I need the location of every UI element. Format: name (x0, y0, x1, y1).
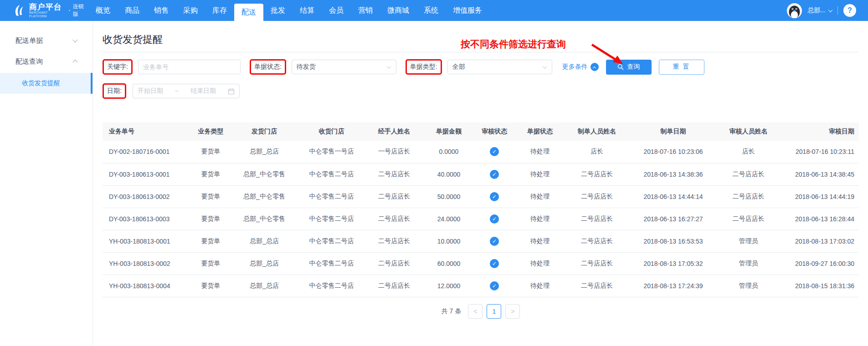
table-cell: 二号店店长 (718, 208, 779, 230)
table-cell: 待处理 (515, 275, 565, 297)
approved-check-icon: ✓ (490, 281, 499, 290)
nav-item-delivery[interactable]: 配送 (234, 4, 263, 21)
approved-check-icon: ✓ (490, 147, 499, 156)
table-cell: 0.0000 (424, 141, 474, 163)
sidebar-group-label: 配送单据 (15, 36, 43, 45)
help-icon[interactable]: ? (843, 4, 856, 17)
avatar[interactable] (787, 3, 802, 18)
table-cell: 总部_总店 (230, 252, 298, 275)
nav-item-inventory[interactable]: 库存 (205, 0, 234, 21)
sidebar-item-receive-ship-reminder[interactable]: 收货发货提醒 (0, 73, 92, 94)
table-cell: 2018-08-13 17:24:39 (629, 275, 718, 297)
column-header: 制单人员姓名 (565, 122, 629, 141)
date-start-placeholder: 开始日期 (138, 87, 163, 95)
nav-item-sales[interactable]: 销售 (147, 0, 176, 21)
table-cell: 总部_总店 (230, 275, 298, 297)
nav-item-members[interactable]: 会员 (322, 0, 351, 21)
user-menu[interactable]: 总部... (807, 6, 832, 15)
table-cell: 要货单 (191, 141, 230, 163)
table-cell: 二号店店长 (565, 208, 629, 230)
next-page-button[interactable]: > (505, 304, 520, 319)
table-cell: 管理员 (718, 252, 779, 275)
sidebar-group-delivery-docs[interactable]: 配送单据 (0, 30, 92, 51)
nav-item-purchase[interactable]: 采购 (176, 0, 205, 21)
table-cell: 2018-06-13 14:44:14 (629, 185, 718, 208)
table-cell: YH-003-180813-0004 (103, 275, 191, 297)
table-cell: 二号店店长 (365, 208, 424, 230)
date-range-input[interactable]: 开始日期 ~ 结束日期 (133, 84, 240, 98)
table-cell: 要货单 (191, 252, 230, 275)
table-cell: ✓ (474, 141, 515, 163)
logo-icon (12, 4, 25, 17)
date-end-placeholder: 结束日期 (190, 87, 216, 95)
doc-type-select[interactable]: 全部 (447, 60, 552, 74)
table-cell: 待处理 (515, 230, 565, 252)
table-cell: 2018-06-13 16:27:27 (629, 208, 718, 230)
nav-item-goods[interactable]: 商品 (118, 0, 147, 21)
divider (837, 6, 838, 15)
table-cell: 要货单 (191, 230, 230, 252)
table-row[interactable]: DY-003-180613-0003要货单总部_中仑零售中仑零售二号店二号店店长… (103, 208, 859, 230)
penguin-avatar-image (787, 3, 802, 18)
table-cell: 要货单 (191, 163, 230, 185)
table-cell: ✓ (474, 185, 515, 208)
table-cell: 二号店店长 (365, 185, 424, 208)
table-cell: 待处理 (515, 163, 565, 185)
table-row[interactable]: DY-002-180716-0001要货单总部_总店中仑零售一号店一号店店长0.… (103, 141, 859, 163)
filter-row-2: 日期: 开始日期 ~ 结束日期 (103, 81, 859, 101)
table-cell: 待处理 (515, 208, 565, 230)
table-cell: 2018-08-15 18:31:36 (779, 275, 859, 297)
reset-button[interactable]: 重 置 (659, 60, 704, 75)
table-cell: 管理员 (718, 275, 779, 297)
table-cell: 10.0000 (424, 230, 474, 252)
table-cell: ✓ (474, 208, 515, 230)
prev-page-button[interactable]: < (468, 304, 483, 319)
nav-item-system[interactable]: 系统 (416, 0, 446, 21)
table-cell: 50.0000 (424, 185, 474, 208)
column-header: 审核日期 (779, 122, 859, 141)
nav-item-wholesale[interactable]: 批发 (263, 0, 293, 21)
table-cell: 店长 (718, 141, 779, 163)
table-cell: DY-003-180613-0002 (103, 185, 191, 208)
nav-item-overview[interactable]: 概览 (88, 0, 118, 21)
table-cell: 二号店店长 (565, 252, 629, 275)
filter-row-1: 关键字: 单据状态: 待发货 单据类型: 全部 更多条件 查询 重 置 (103, 57, 859, 76)
column-header: 制单日期 (629, 122, 718, 141)
column-header: 收货门店 (298, 122, 365, 141)
page-number-button[interactable]: 1 (487, 304, 501, 319)
sidebar-group-delivery-query[interactable]: 配送查询 (0, 51, 92, 72)
chevron-up-icon (72, 60, 77, 65)
table-cell: ✓ (474, 163, 515, 185)
table-cell: 要货单 (191, 208, 230, 230)
table-cell: 二号店店长 (365, 252, 424, 275)
nav-item-microshop[interactable]: 微商城 (380, 0, 416, 21)
table-row[interactable]: DY-003-180613-0001要货单总部_中仑零售中仑零售二号店二号店店长… (103, 163, 859, 185)
table-cell: 2018-08-13 17:03:02 (779, 230, 859, 252)
date-separator: ~ (175, 87, 179, 95)
table-cell: 中仑零售二号店 (298, 185, 365, 208)
table-row[interactable]: DY-003-180613-0002要货单总部_中仑零售中仑零售二号店二号店店长… (103, 185, 859, 208)
annotation-text: 按不同条件筛选进行查询 (461, 38, 566, 51)
table-row[interactable]: YH-003-180813-0001要货单总部_总店中仑零售二号店二号店店长10… (103, 230, 859, 252)
doc-type-value: 全部 (452, 63, 465, 71)
logo-separator: · (69, 7, 71, 14)
table-cell: 二号店店长 (565, 163, 629, 185)
table-cell: 二号店店长 (718, 185, 779, 208)
keyword-input[interactable] (138, 60, 241, 74)
app-logo[interactable]: 商户平台 MERCHANT PLATFORM · 连锁版 (12, 0, 88, 21)
nav-item-settlement[interactable]: 结算 (293, 0, 322, 21)
nav-item-marketing[interactable]: 营销 (351, 0, 380, 21)
approved-check-icon: ✓ (490, 259, 499, 268)
column-header: 审核人员姓名 (718, 122, 779, 141)
app-title: 商户平台 (29, 3, 65, 11)
approved-check-icon: ✓ (490, 170, 499, 179)
nav-item-value-added[interactable]: 增值服务 (446, 0, 489, 21)
table-row[interactable]: YH-003-180813-0002要货单总部_总店中仑零售二号店二号店店长60… (103, 252, 859, 275)
table-cell: 2018-06-13 14:44:19 (779, 185, 859, 208)
table-cell: 二号店店长 (565, 275, 629, 297)
table-cell: 2018-07-16 10:23:11 (779, 141, 859, 163)
table-row[interactable]: YH-003-180813-0004要货单总部_总店中仑零售二号店二号店店长12… (103, 275, 859, 297)
date-label-highlight-box: 日期: (103, 83, 126, 99)
table-cell: 店长 (565, 141, 629, 163)
doc-status-select[interactable]: 待发货 (292, 60, 396, 74)
